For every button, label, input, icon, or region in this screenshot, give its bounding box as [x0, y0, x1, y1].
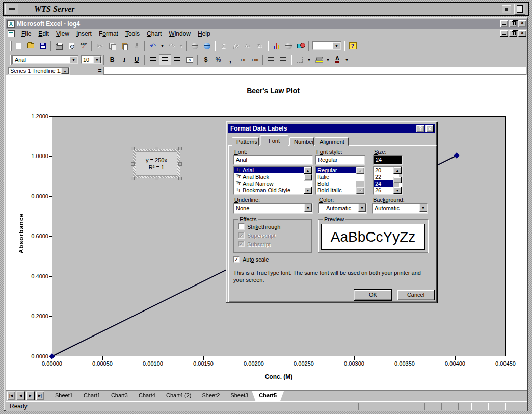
first-sheet-button[interactable]: |◀ — [7, 391, 15, 400]
size-input[interactable]: 24 — [373, 155, 403, 165]
scroll-thumb[interactable] — [304, 174, 312, 180]
toolbar-grip[interactable] — [7, 41, 8, 51]
menu-view[interactable]: View — [52, 29, 73, 38]
next-sheet-button[interactable]: ▶ — [26, 391, 35, 400]
data-point-marker[interactable] — [49, 353, 55, 359]
font-option-arial-black[interactable]: Arial Black — [234, 173, 304, 180]
tab-number[interactable]: Number — [289, 137, 314, 146]
spelling-button[interactable]: ABC✓ — [77, 40, 90, 51]
zoom-dropdown-icon[interactable]: ▼ — [333, 42, 340, 49]
wts-maximize-button[interactable] — [514, 4, 525, 15]
fill-color-dropdown[interactable]: ▼ — [325, 54, 331, 65]
style-option-bold[interactable]: Bold — [316, 180, 356, 187]
sheet-tab-chart4-2[interactable]: Chart4 (2) — [159, 391, 199, 401]
menu-file[interactable]: File — [18, 29, 35, 38]
selection-handle[interactable] — [131, 177, 135, 180]
menu-tools[interactable]: Tools — [122, 29, 143, 38]
scroll-down-icon[interactable]: ▼ — [304, 187, 312, 194]
increase-decimal-button[interactable]: +.0 — [236, 54, 249, 65]
style-option-bold-italic[interactable]: Bold Italic — [316, 187, 356, 193]
open-button[interactable] — [24, 40, 37, 51]
equals-button[interactable]: = — [96, 67, 103, 74]
fill-color-button[interactable] — [312, 54, 325, 65]
ok-button[interactable]: OK — [354, 290, 392, 300]
cancel-button[interactable]: Cancel — [397, 290, 435, 300]
data-point-marker[interactable] — [454, 152, 459, 158]
strikethrough-checkbox[interactable]: ✓ Strikethrough — [238, 223, 280, 230]
background-dropdown-icon[interactable]: ▼ — [419, 204, 427, 212]
selection-handle[interactable] — [131, 147, 135, 150]
drawing-button[interactable] — [295, 40, 307, 51]
font-option-arial-narrow[interactable]: Arial Narrow — [234, 180, 304, 187]
trendline-label-box[interactable]: y = 250x R² = 1 — [133, 149, 180, 178]
scroll-up-icon[interactable]: ▲ — [356, 167, 364, 174]
borders-dropdown[interactable]: ▼ — [306, 54, 312, 65]
zoom-combobox[interactable]: ▼ — [312, 41, 341, 50]
print-button[interactable] — [53, 40, 65, 51]
style-option-regular[interactable]: Regular — [316, 167, 356, 173]
menu-window[interactable]: Window — [165, 29, 194, 38]
scroll-up-icon[interactable]: ▲ — [304, 167, 312, 174]
sheet-tab-sheet1[interactable]: Sheet1 — [48, 391, 80, 401]
insert-hyperlink-button[interactable] — [189, 40, 201, 51]
font-name-dropdown-icon[interactable]: ▼ — [70, 56, 77, 63]
tab-alignment[interactable]: Alignment — [315, 137, 349, 146]
sheet-tab-sheet2[interactable]: Sheet2 — [195, 391, 227, 401]
color-combobox[interactable]: Automatic ▼ — [318, 203, 367, 214]
menu-edit[interactable]: Edit — [35, 29, 52, 38]
new-document-button[interactable] — [12, 40, 24, 51]
y-axis-title[interactable]: Absorbance — [18, 213, 25, 253]
increase-indent-button[interactable] — [277, 54, 289, 65]
print-preview-button[interactable] — [65, 40, 77, 51]
tab-patterns[interactable]: Patterns — [232, 137, 259, 146]
last-sheet-button[interactable]: ▶| — [36, 391, 44, 400]
selection-handle[interactable] — [178, 147, 182, 150]
underline-dropdown-icon[interactable]: ▼ — [304, 204, 312, 212]
checkbox-box[interactable]: ✓ — [238, 232, 245, 239]
font-color-button[interactable]: A — [331, 54, 343, 65]
align-left-button[interactable] — [147, 54, 159, 65]
font-input[interactable]: Arial — [233, 155, 313, 165]
selection-handle[interactable] — [155, 147, 158, 150]
font-size-combobox[interactable]: 10 ▼ — [81, 55, 102, 64]
decrease-indent-button[interactable] — [265, 54, 277, 65]
font-option-arial[interactable]: Arial — [234, 167, 304, 173]
workbook-minimize-button[interactable] — [500, 30, 508, 37]
minimize-button[interactable] — [500, 20, 508, 27]
merge-center-button[interactable]: a — [183, 54, 196, 65]
autosum-button[interactable]: Σ — [217, 40, 229, 51]
map-button[interactable] — [282, 40, 295, 51]
sort-ascending-button[interactable]: A↓ — [242, 40, 254, 51]
font-list[interactable]: Arial Arial Black Arial Narrow Bookman O… — [233, 166, 313, 195]
menu-help[interactable]: Help — [194, 29, 214, 38]
background-combobox[interactable]: Automatic ▼ — [372, 203, 428, 214]
undo-dropdown[interactable]: ▼ — [159, 40, 166, 51]
redo-button[interactable]: ↷ — [166, 40, 178, 51]
paste-function-button[interactable]: ƒx — [229, 40, 242, 51]
toolbar-grip2[interactable] — [10, 41, 12, 51]
subscript-checkbox[interactable]: ✓ Subscript — [238, 241, 271, 247]
sheet-tab-chart5[interactable]: Chart5 — [252, 391, 284, 401]
sheet-tab-chart1[interactable]: Chart1 — [76, 391, 108, 401]
dialog-close-button[interactable]: × — [425, 125, 434, 132]
decrease-decimal-button[interactable]: +.00 — [249, 54, 261, 65]
checkbox-box[interactable]: ✓ — [238, 223, 245, 230]
selection-handle[interactable] — [155, 177, 158, 180]
name-box[interactable]: Series 1 Trendline 1... ▼ — [8, 67, 70, 75]
comma-button[interactable]: , — [224, 54, 236, 65]
scroll-down-icon[interactable]: ▼ — [393, 187, 402, 194]
superscript-checkbox[interactable]: ✓ Superscript — [238, 232, 276, 239]
previous-sheet-button[interactable]: ◀ — [16, 391, 25, 400]
underline-button[interactable]: U — [130, 54, 143, 65]
underline-combobox[interactable]: None ▼ — [233, 203, 313, 214]
selection-handle[interactable] — [178, 177, 182, 180]
borders-button[interactable] — [294, 54, 306, 65]
paste-button[interactable] — [118, 40, 130, 51]
selection-handle[interactable] — [131, 162, 135, 166]
scroll-up-icon[interactable]: ▲ — [393, 167, 402, 174]
tab-font[interactable]: Font — [260, 135, 288, 146]
dialog-titlebar[interactable]: Format Data Labels ? × — [228, 124, 435, 133]
dialog-help-button[interactable]: ? — [416, 125, 424, 132]
size-option-24[interactable]: 24 — [374, 180, 393, 187]
checkbox-box[interactable]: ✓ — [238, 241, 245, 247]
